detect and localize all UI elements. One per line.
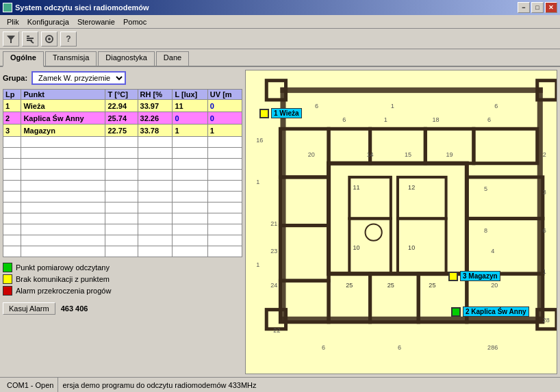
menu-pomoc[interactable]: Pomoc <box>119 17 151 27</box>
cell-uv: 1 <box>207 125 242 137</box>
toolbar: ? <box>0 29 560 49</box>
svg-text:21: 21 <box>270 220 277 227</box>
svg-text:5: 5 <box>484 185 487 192</box>
svg-text:2: 2 <box>543 151 546 158</box>
col-uv: UV [m <box>207 90 242 100</box>
table-row: 1 Wieża 22.94 33.97 11 0 <box>3 100 242 112</box>
cell-lp: 2 <box>3 112 21 125</box>
svg-text:15: 15 <box>405 151 411 158</box>
svg-text:10: 10 <box>353 244 359 251</box>
status-message: ersja demo programu do odczytu radiomode… <box>58 378 557 392</box>
svg-text:1: 1 <box>543 268 546 275</box>
cell-lux: 0 <box>173 112 207 125</box>
status-bar: COM1 - Open ersja demo programu do odczy… <box>0 377 560 392</box>
legend-item-red: Alarm przekroczenia progów <box>3 286 242 296</box>
legend-green-box <box>3 263 12 272</box>
col-temp: T [°C] <box>105 90 138 100</box>
table-row <box>3 181 242 192</box>
kasuj-alarm-button[interactable]: Kasuj Alarm <box>3 302 55 315</box>
cell-lp: 1 <box>3 100 21 112</box>
svg-rect-1 <box>27 36 29 37</box>
menu-plik[interactable]: Plik <box>3 17 23 27</box>
marker-kaplica[interactable]: 2 Kaplica Św Anny <box>451 306 529 317</box>
tab-transmisja[interactable]: Transmisja <box>45 51 97 66</box>
svg-text:28: 28 <box>487 344 494 351</box>
table-row: 2 Kaplica Św Anny 25.74 32.26 0 0 <box>3 112 242 125</box>
svg-text:6: 6 <box>494 344 498 351</box>
group-label: Grupa: <box>3 74 27 82</box>
table-row <box>3 170 242 181</box>
filter-button[interactable] <box>3 31 19 47</box>
menu-konfiguracja[interactable]: Konfiguracja <box>23 17 73 27</box>
svg-rect-8 <box>280 88 542 93</box>
svg-text:6: 6 <box>398 344 401 351</box>
tab-dane[interactable]: Dane <box>156 51 189 66</box>
svg-point-6 <box>48 38 51 40</box>
marker-label-magazyn: 3 Magazyn <box>460 271 500 281</box>
table-row <box>3 137 242 148</box>
menu-sterowanie[interactable]: Sterowanie <box>73 17 119 27</box>
svg-text:6: 6 <box>543 227 546 234</box>
legend-item-green: Punkt pomiarowy odczytany <box>3 263 242 272</box>
table-row <box>3 224 242 235</box>
tools-button[interactable] <box>22 31 38 47</box>
status-message-text: ersja demo programu do odczytu radiomode… <box>62 381 256 389</box>
main-content: Grupa: Zamek W. przyziemie Lp Punkt T [°… <box>0 67 560 377</box>
svg-text:16: 16 <box>256 137 263 144</box>
table-row <box>3 235 242 246</box>
menu-bar: Plik Konfiguracja Sterowanie Pomoc <box>0 15 560 29</box>
svg-text:1: 1 <box>256 179 259 185</box>
svg-text:11: 11 <box>353 184 359 191</box>
marker-box-magazyn <box>448 272 458 281</box>
group-select[interactable]: Zamek W. przyziemie <box>31 71 126 85</box>
marker-box-kaplica <box>451 307 461 317</box>
status-com-text: COM1 - Open <box>7 381 53 389</box>
svg-text:23: 23 <box>270 248 277 254</box>
table-row <box>3 159 242 170</box>
bottom-controls: Kasuj Alarm 463 406 <box>3 301 242 316</box>
svg-text:10: 10 <box>408 244 415 251</box>
marker-magazyn[interactable]: 3 Magazyn <box>448 271 500 281</box>
col-rh: RH [% <box>138 90 173 100</box>
minimize-button[interactable]: − <box>518 2 530 13</box>
tab-ogolne[interactable]: Ogólne <box>3 51 44 67</box>
svg-text:1: 1 <box>256 261 259 268</box>
marker-label-wieza: 1 Wieża <box>271 108 302 118</box>
map-panel: Zamek W. przyziemie <box>245 70 557 374</box>
close-button[interactable]: ✕ <box>545 2 557 13</box>
svg-text:19: 19 <box>446 151 453 158</box>
cell-rh: 33.97 <box>138 100 173 112</box>
legend: Punkt pomiarowy odczytany Brak komunikac… <box>3 260 242 298</box>
legend-yellow-box <box>3 274 12 284</box>
svg-text:6: 6 <box>342 116 346 123</box>
legend-red-box <box>3 286 12 296</box>
app-icon <box>3 3 12 12</box>
cell-rh: 33.78 <box>138 125 173 137</box>
cell-temp: 22.75 <box>105 125 138 137</box>
cell-punkt: Wieża <box>21 100 105 112</box>
cell-temp: 25.74 <box>105 112 138 125</box>
maximize-button[interactable]: □ <box>531 2 544 13</box>
svg-text:20: 20 <box>491 282 498 289</box>
tab-diagnostyka[interactable]: Diagnostyka <box>98 51 155 66</box>
help-button[interactable]: ? <box>60 31 77 47</box>
table-row <box>3 148 242 159</box>
data-table: Lp Punkt T [°C] RH [% L [lux] UV [m 1 Wi… <box>3 89 242 257</box>
svg-text:22: 22 <box>273 327 280 334</box>
col-punkt: Punkt <box>21 90 105 100</box>
refresh-button[interactable] <box>41 31 58 47</box>
cell-punkt: Magazyn <box>21 125 105 137</box>
tabs-bar: Ogólne Transmisja Diagnostyka Dane <box>0 49 560 67</box>
left-panel: Grupa: Zamek W. przyziemie Lp Punkt T [°… <box>3 70 242 374</box>
marker-wieza[interactable]: 1 Wieża <box>259 108 302 118</box>
cell-rh: 32.26 <box>138 112 173 125</box>
table-row: 3 Magazyn 22.75 33.78 1 1 <box>3 125 242 137</box>
group-row: Grupa: Zamek W. przyziemie <box>3 70 242 86</box>
svg-text:25: 25 <box>387 282 394 289</box>
legend-item-yellow: Brak komunikacji z punktem <box>3 274 242 284</box>
svg-text:6: 6 <box>494 103 498 109</box>
table-row <box>3 213 242 224</box>
table-row <box>3 246 242 257</box>
col-lux: L [lux] <box>173 90 207 100</box>
legend-yellow-label: Brak komunikacji z punktem <box>16 275 110 283</box>
